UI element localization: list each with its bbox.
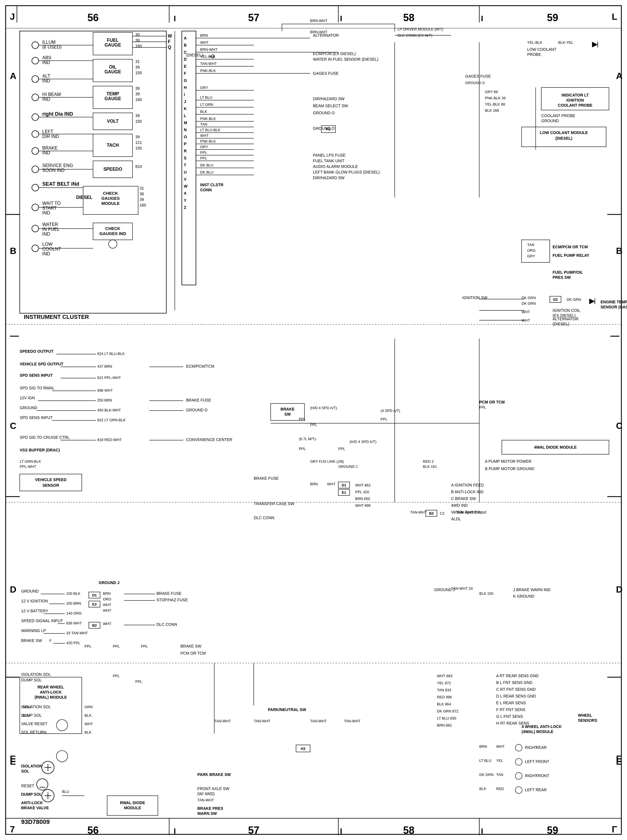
grn-right-rwal: GRN	[85, 705, 93, 709]
pin-l: L	[184, 114, 186, 118]
cg-t4: 160	[140, 203, 147, 207]
spd-sig-cruise-wire: 818 RED-WHT	[97, 437, 122, 442]
brn-wht-top: BRN-WHT	[310, 19, 327, 23]
pin-z: Z	[184, 205, 186, 210]
cg-t2: 36	[140, 192, 144, 196]
e1-label: E1	[342, 490, 346, 495]
pnk-blk-39: PNK-BLK 39	[485, 96, 506, 100]
wire-gry-2: GRY	[200, 145, 208, 149]
l-rear-sens: E L REAR SENS	[496, 701, 526, 705]
row-d-left: D	[10, 584, 16, 595]
water-fuel-dest: WATER IN FUEL SENSOR (DIESEL)	[313, 57, 378, 62]
veh-spd-output-label: VEHICLE SPD OUTPUT	[20, 362, 63, 366]
low-coolant-probe-label2: PROBE	[527, 52, 541, 57]
ppl-d-1: PPL	[85, 644, 91, 648]
red-996: RED 996	[437, 695, 452, 699]
ground-j-d-right: GROUND J	[434, 587, 455, 592]
pump-motor-gnd-label: B PUMP MOTOR GROUND	[485, 466, 534, 471]
park-neutral-sw-label: PARK/NEUTRAL SW	[268, 707, 306, 712]
svg-text:I: I	[481, 14, 483, 23]
ppl-420: PPL 420	[355, 490, 369, 494]
temp-t2: 39	[135, 92, 140, 96]
ppl-d-2: PPL	[113, 644, 120, 648]
lt-blu-830: LT BLU 830	[437, 716, 456, 720]
fuel-gauge-label: FUEL	[107, 38, 119, 43]
tach-t2: 121	[135, 140, 142, 145]
cg-t1: 31	[140, 186, 144, 191]
wire-brn-wht-1: BRN-WHT	[200, 47, 217, 52]
gages-fuse-ground: GROUND 0	[465, 81, 485, 85]
hi-beam-label: HI BEAM	[42, 92, 61, 97]
beam-select-dest: BEAM SELECT SW	[313, 104, 348, 108]
ground-d-row: GROUND	[21, 589, 39, 594]
blk-161-label: BLK 161	[423, 464, 437, 469]
blk-864: BLK 864	[437, 702, 451, 706]
yel-lf: YEL	[496, 758, 503, 763]
red-ll: RED	[496, 787, 504, 791]
speedo-t1: 824	[135, 164, 142, 169]
blk-150-d: BLK 150	[479, 591, 493, 596]
ppl-wht-c: PPL-WHT	[20, 464, 36, 469]
oil-t1: 31	[135, 59, 140, 64]
valve-reset-label: VALVE RESET	[21, 722, 48, 726]
pin-f: F	[184, 71, 186, 76]
speedo-output-wire: 824 LT BLU-BLK	[97, 352, 124, 356]
front-axle-sw-label2: (W/ 4WD)	[197, 791, 214, 796]
svg-text:J: J	[10, 11, 15, 22]
rwal-mod-label2: ANTI-LOCK	[40, 690, 62, 695]
pin-i: I	[184, 92, 185, 97]
pin-s: S	[184, 156, 186, 160]
temp-t3: 160	[135, 97, 142, 102]
ground-c-wire: 450 BLK-WHT	[97, 408, 121, 412]
brake-fuse-c: BRAKE FUSE	[254, 476, 279, 480]
seat-belt-ind-label: SEAT BELT iNd	[42, 181, 79, 187]
row-e-mid-left: E	[10, 756, 16, 767]
red-2-label: RED 2	[423, 459, 433, 464]
l-rear-sens-gnd: D L REAR SENS GND	[496, 694, 536, 698]
blk-yel-dest: BLK-YEL	[558, 40, 573, 44]
ignition-label: IGNITION	[566, 98, 584, 103]
col-58-bot: 58	[403, 824, 414, 836]
tach-t3: 150	[135, 146, 142, 150]
col-59-top: 59	[547, 12, 558, 24]
col-59-bot: 59	[547, 824, 558, 836]
brake-sw-f: BRAKE SW	[21, 638, 42, 643]
front-label-2: FRONT	[536, 774, 550, 778]
front-label: FRONT	[536, 759, 550, 764]
wire-lt-blu-blk: LT BLU-BLK	[200, 128, 221, 132]
ground-o-dest: GROUND O	[313, 111, 335, 115]
coolant-probe-label: COOLANT PROBE	[558, 103, 592, 107]
low-coolnt-label2: COOLNT	[42, 246, 61, 251]
sol-return-label: SOL RETURN	[21, 730, 47, 734]
pin-y: Y	[184, 198, 187, 202]
brake-warn-ind: J BRAKE WARN IND	[513, 587, 551, 592]
wire-tan: TAN	[200, 122, 207, 126]
spd-sens-input-label: SPD SENS INPUT	[20, 373, 53, 377]
brake-sw-d-dest: BRAKE SW	[180, 644, 202, 648]
low-coolant-probe-label: LOW COOLANT	[527, 47, 556, 52]
engine-temp-sensor-label2: SENSOR (GAS)	[600, 305, 627, 309]
row-a-left: A	[10, 71, 16, 81]
brn-right-rear: BRN	[479, 744, 487, 748]
iso-sol-e-2: SOL	[21, 769, 29, 774]
doc-number: 93D78009	[21, 818, 50, 825]
b2-d-row: B2	[429, 511, 434, 516]
gages-fuse-58: GAGES FUSE	[465, 74, 491, 79]
brake-pres-warn-label2: WARN SW	[197, 811, 217, 816]
f-label: F	[168, 39, 170, 44]
svg-text:—: —	[10, 330, 19, 341]
pin-k: K	[184, 106, 187, 111]
wht-right-rwal: WHT	[85, 722, 93, 726]
temp-gauge-label2: GAUGE	[105, 96, 121, 101]
oil-t3: 150	[135, 71, 142, 75]
tan-wht-axle: TAN-WHT	[197, 798, 214, 802]
brake-sw-label: BRAKE	[280, 407, 295, 411]
dlc-conn-d-label: DLC CONN	[254, 516, 274, 520]
blk-right-rwal: BLK	[85, 713, 91, 718]
right-dir-ind-label: right Dia IND	[42, 111, 73, 117]
vss-label: VEHICLE SPEED	[35, 477, 66, 482]
speed-signal-input: SPEED SIGNAL INPUT	[21, 619, 63, 623]
4spd-at-label: (4 SPD A/T)	[381, 409, 400, 413]
col-56-top: 56	[87, 12, 99, 24]
anti-lock-brake-valve: ANTI-LOCK	[21, 801, 43, 805]
